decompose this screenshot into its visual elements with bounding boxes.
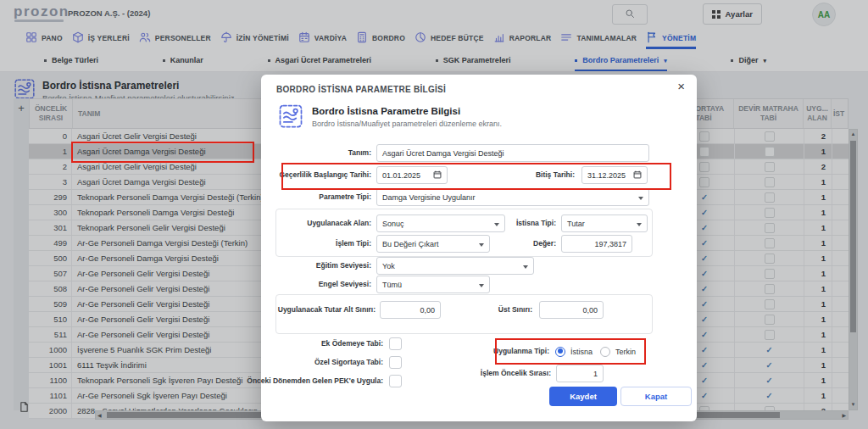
islem-oncelik-label: İşlem Öncelik Sırası: — [481, 365, 551, 382]
modal-checkbox-list: Ek Ödemeye Tabi:Özel Sigortaya Tabi:Önce… — [261, 334, 405, 390]
uygulanacak-alan-select[interactable]: Sonuç — [376, 214, 505, 232]
checkbox-label: Önceki Dönemden Gelen PEK'e Uygula: — [247, 376, 383, 385]
start-date-label: Geçerlilik Başlangıç Tarihi: — [280, 166, 372, 184]
islem-oncelik-input[interactable]: 1 — [556, 365, 604, 382]
ust-sinir-label: Üst Sınırı: — [498, 301, 532, 319]
radio-label: Terkin — [615, 348, 636, 356]
dialog-stamp-icon — [278, 103, 303, 131]
calendar-icon[interactable] — [433, 170, 442, 181]
islem-tipi-label: İşlem Tipi: — [336, 235, 371, 253]
start-date-input[interactable]: 01.01.2025 — [376, 166, 448, 184]
parametre-tipi-label: Parametre Tipi: — [319, 188, 371, 206]
istisna-tipi-select[interactable]: Tutar — [561, 214, 648, 232]
chevron-down-icon — [637, 223, 642, 226]
calendar-icon[interactable] — [633, 170, 642, 181]
checkbox[interactable] — [389, 337, 402, 350]
deger-input[interactable]: 197,3817 — [561, 235, 632, 253]
chevron-down-icon — [479, 243, 484, 247]
tanim-label: Tanım: — [348, 144, 371, 162]
engel-seviyesi-select[interactable]: Tümü — [376, 276, 490, 293]
dialog-heading: Bordro İstisna Parametre Bilgisi — [312, 106, 460, 116]
deger-label: Değer: — [533, 235, 556, 253]
egitim-seviyesi-select[interactable]: Yok — [376, 257, 534, 275]
close-button[interactable]: Kapat — [620, 387, 692, 406]
tanim-input[interactable]: Asgari Ücret Damga Vergisi Desteği — [376, 144, 649, 162]
chevron-down-icon — [638, 197, 643, 200]
alt-sinir-label: Uygulanacak Tutar Alt Sınırı: — [278, 301, 376, 319]
uygulanma-tipi-radio-group: İstisnaTerkin — [555, 343, 636, 360]
close-icon[interactable]: × — [677, 80, 685, 92]
parameter-dialog: BORDRO İSTİSNA PARAMETRE BİLGİSİ × Bordr… — [261, 75, 697, 421]
checkbox[interactable] — [389, 375, 402, 387]
alt-sinir-input[interactable]: 0,00 — [380, 301, 441, 319]
chevron-down-icon — [494, 223, 499, 226]
radio-i-stisna[interactable] — [555, 347, 565, 357]
uygulanacak-alan-label: Uygulanacak Alan: — [307, 214, 371, 232]
save-button[interactable]: Kaydet — [549, 387, 617, 406]
ust-sinir-input[interactable]: 0,00 — [539, 301, 604, 319]
engel-seviyesi-label: Engel Seviyesi: — [319, 276, 371, 293]
end-date-label: Bitiş Tarihi: — [536, 166, 575, 184]
dialog-subheading: Bordro İstisna/Muafiyet parametreleri dü… — [312, 120, 502, 128]
checkbox-row: Özel Sigortaya Tabi: — [261, 353, 405, 371]
radio-terkin[interactable] — [600, 347, 610, 357]
islem-tipi-select[interactable]: Bu Değeri Çıkart — [376, 235, 490, 253]
uygulanma-tipi-label: Uygulanma Tipi: — [493, 343, 549, 360]
checkbox[interactable] — [389, 356, 402, 369]
parametre-tipi-select[interactable]: Damga Vergisine Uygulanır — [376, 188, 649, 206]
app-window: prozon PROZON A.Ş. - (2024) Ayarlar AA P… — [0, 0, 868, 429]
dialog-title: BORDRO İSTİSNA PARAMETRE BİLGİSİ — [276, 85, 446, 94]
egitim-seviyesi-label: Eğitim Seviyesi: — [316, 257, 371, 275]
istisna-tipi-label: İstisna Tipi: — [516, 214, 556, 232]
chevron-down-icon — [523, 265, 528, 269]
checkbox-row: Önceki Dönemden Gelen PEK'e Uygula: — [261, 371, 405, 390]
checkbox-label: Ek Ödemeye Tabi: — [321, 339, 383, 348]
chevron-down-icon — [479, 284, 484, 287]
checkbox-label: Özel Sigortaya Tabi: — [314, 358, 383, 366]
checkbox-row: Ek Ödemeye Tabi: — [261, 334, 405, 353]
end-date-input[interactable]: 31.12.2025 — [581, 166, 648, 184]
radio-label: İstisna — [570, 348, 593, 356]
